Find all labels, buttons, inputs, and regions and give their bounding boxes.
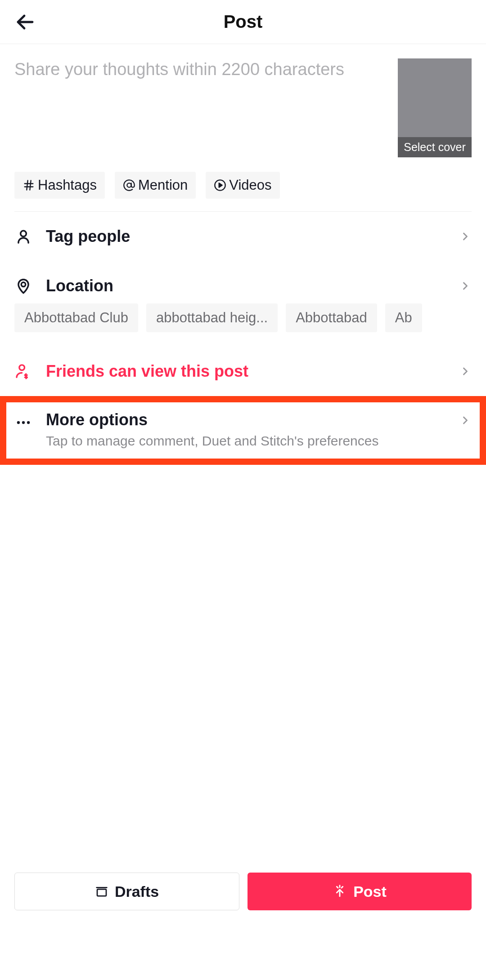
cover-label: Select cover <box>398 137 472 157</box>
more-options-label: More options <box>46 410 446 429</box>
svg-point-5 <box>127 183 131 187</box>
arrow-left-icon <box>14 11 36 33</box>
svg-point-9 <box>21 282 26 287</box>
chevron-right-icon <box>459 230 472 243</box>
location-pin-icon <box>15 277 32 294</box>
cover-selector[interactable]: Select cover <box>398 58 472 157</box>
mention-label: Mention <box>138 177 188 193</box>
person-icon <box>15 228 32 245</box>
caption-input[interactable] <box>14 58 387 157</box>
svg-line-18 <box>342 886 343 888</box>
more-options-sublabel: Tap to manage comment, Duet and Stitch's… <box>46 432 446 450</box>
more-options-row[interactable]: More options Tap to manage comment, Duet… <box>6 402 480 459</box>
svg-rect-14 <box>97 889 106 896</box>
post-button[interactable]: Post <box>248 873 472 910</box>
svg-line-17 <box>337 886 338 888</box>
privacy-row[interactable]: Friends can view this post <box>0 347 486 396</box>
hashtags-label: Hashtags <box>38 177 97 193</box>
chevron-right-icon <box>459 280 472 292</box>
compose-area: Select cover <box>0 44 486 172</box>
location-label: Location <box>46 276 446 295</box>
privacy-label: Friends can view this post <box>46 362 446 381</box>
back-button[interactable] <box>14 11 36 33</box>
location-chip[interactable]: abbottabad heig... <box>146 303 278 332</box>
at-icon <box>123 179 135 192</box>
chevron-right-icon <box>459 365 472 378</box>
post-upload-icon <box>333 884 347 899</box>
svg-marker-7 <box>219 183 222 187</box>
svg-point-10 <box>19 365 25 370</box>
chevron-right-icon <box>459 414 472 427</box>
bottom-bar: Drafts Post <box>0 862 486 980</box>
header: Post <box>0 0 486 44</box>
drafts-button[interactable]: Drafts <box>14 873 239 910</box>
more-options-highlight: More options Tap to manage comment, Duet… <box>0 396 486 465</box>
play-circle-icon <box>214 179 226 192</box>
location-chip[interactable]: Ab <box>385 303 422 332</box>
mention-chip[interactable]: Mention <box>115 172 196 199</box>
location-row[interactable]: Location <box>0 261 486 303</box>
friends-icon <box>14 362 32 381</box>
tag-people-label: Tag people <box>46 227 446 246</box>
post-label: Post <box>353 883 387 900</box>
hashtag-icon <box>22 179 35 192</box>
videos-chip[interactable]: Videos <box>206 172 279 199</box>
svg-line-4 <box>30 181 31 190</box>
drafts-label: Drafts <box>115 883 159 900</box>
svg-point-13 <box>27 421 30 424</box>
svg-point-8 <box>21 231 27 236</box>
more-dots-icon <box>15 414 32 431</box>
hashtags-chip[interactable]: Hashtags <box>14 172 105 199</box>
location-chip[interactable]: Abbottabad <box>286 303 377 332</box>
page-title: Post <box>224 12 263 32</box>
svg-line-3 <box>27 181 27 190</box>
videos-label: Videos <box>229 177 271 193</box>
compose-chips: Hashtags Mention Videos <box>0 172 486 211</box>
location-suggestions: Abbottabad Club abbottabad heig... Abbot… <box>0 303 486 347</box>
svg-point-12 <box>22 421 25 424</box>
svg-point-11 <box>17 421 20 424</box>
drafts-icon <box>95 885 108 898</box>
location-chip[interactable]: Abbottabad Club <box>14 303 138 332</box>
tag-people-row[interactable]: Tag people <box>0 212 486 261</box>
